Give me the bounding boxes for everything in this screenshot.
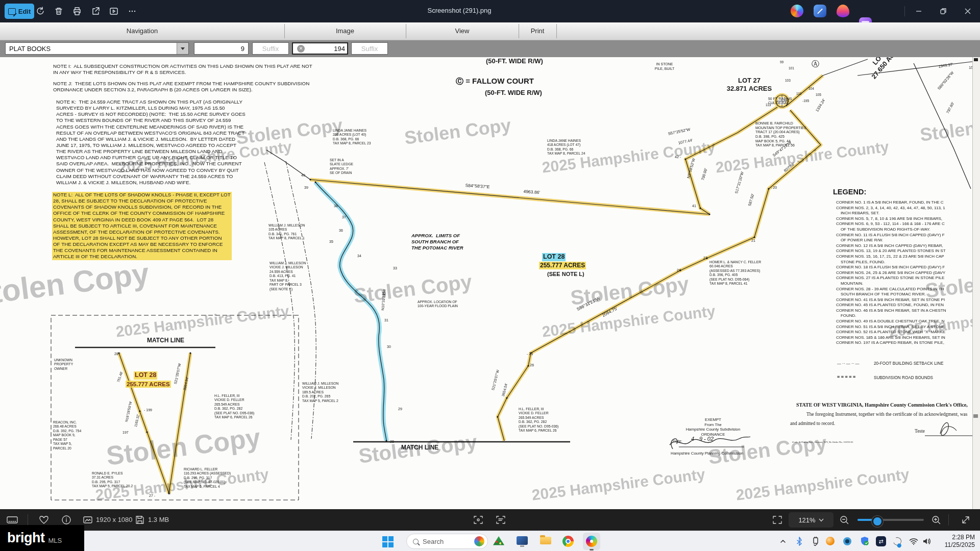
combo-dropdown-arrow-icon[interactable] (177, 43, 188, 54)
speaker-icon[interactable] (922, 536, 932, 546)
map-label: 39 (304, 186, 308, 190)
bluetooth-icon[interactable] (794, 536, 804, 546)
file-explorer-icon[interactable] (517, 536, 529, 548)
app-window: Edit Screenshot (291).png (0, 0, 980, 551)
mls-logo-suffix: MLS (48, 537, 62, 544)
map-label: IN STONE PILE, BUILT (649, 62, 680, 71)
minimize-button[interactable] (910, 5, 927, 17)
book-type-combobox[interactable]: PLAT BOOKS (5, 42, 189, 55)
map-label: (SEE NOTE L) (547, 271, 584, 278)
sync-tray-icon[interactable] (893, 537, 903, 547)
wifi-icon[interactable] (909, 536, 919, 546)
map-label: 33 (393, 266, 397, 271)
edit-button-label: Edit (18, 8, 31, 15)
map-label: NOTE L: ALL OF THE LOTS OF SHADOW KNOLLS… (52, 192, 232, 260)
rotate-icon[interactable] (36, 7, 45, 16)
restore-button[interactable] (935, 5, 952, 17)
fit-to-screen-icon[interactable] (771, 514, 783, 526)
tab-image-label: Image (336, 27, 354, 35)
tab-image[interactable]: Image (284, 22, 406, 39)
slideshow-icon[interactable] (109, 7, 118, 16)
map-label: MATCH LINE (147, 337, 184, 344)
map-label: NOTE I: ALL SUBSEQUENT CONSTRUCTION OR A… (53, 63, 312, 76)
page-number-field[interactable]: ✕ 194 (292, 42, 348, 55)
more-options-icon[interactable] (128, 7, 137, 16)
zoom-out-icon[interactable] (838, 514, 850, 526)
start-button[interactable] (382, 536, 395, 548)
taskbar-clock[interactable]: 2:28 PM 11/25/2025 (945, 534, 975, 549)
map-label: 34 (357, 254, 361, 259)
map-label: NOTE K: THE 24.559 ACRE TRACT AS SHOWN O… (56, 99, 246, 186)
visual-search-icon[interactable] (472, 514, 484, 526)
zoom-slider[interactable] (857, 519, 924, 521)
zoom-slider-thumb[interactable] (872, 516, 883, 527)
usb-device-icon[interactable] (811, 536, 821, 546)
info-icon[interactable] (60, 514, 72, 526)
map-label: LOT 27 32.871 ACRES (714, 77, 785, 93)
map-label: Date: (673, 439, 682, 444)
tab-navigation[interactable]: Navigation (0, 22, 284, 39)
tray-chevron-up-icon[interactable] (778, 536, 788, 546)
share-icon[interactable] (91, 7, 100, 16)
taskbar-search[interactable]: Search (406, 534, 488, 549)
book-number-value: 9 (241, 45, 244, 53)
map-label: 31 (384, 318, 388, 323)
map-label: STATE OF WEST VIRGINIA, Hampshire County… (796, 402, 968, 408)
map-label: -195 (802, 99, 809, 103)
map-label: (50-FT. WIDE R/W) (485, 89, 542, 97)
file-size-value: 1.3 MB (148, 516, 169, 523)
map-label: 40 (301, 173, 305, 178)
map-label: (50-FT. WIDE R/W) (486, 57, 543, 65)
orange-tray-icon[interactable] (826, 537, 836, 547)
suffix-field-2[interactable]: Suffix (351, 42, 388, 55)
clear-field-icon[interactable]: ✕ (297, 45, 305, 53)
photos-app-icon[interactable] (583, 533, 600, 550)
bright-logo: bright (7, 530, 44, 546)
map-label: LINDA JANE HAINES 236 ACRES (LOT 40) D.B… (333, 129, 371, 146)
map-label: Teste (915, 429, 925, 435)
plat-map-viewport[interactable]: Stolen CopyStolen CopyStolen Copy2025 Ha… (0, 57, 980, 509)
map-label: - 199 (144, 408, 152, 413)
print-icon[interactable] (72, 7, 82, 16)
tab-view[interactable]: View (406, 22, 519, 39)
folder-icon[interactable] (540, 534, 552, 546)
filmstrip-icon[interactable] (6, 514, 18, 526)
holiday-app-icon[interactable] (493, 536, 505, 548)
zoom-in-icon[interactable] (930, 514, 942, 526)
map-label: The foregoing Instrument, together with … (806, 412, 968, 418)
map-label: 35 (329, 240, 333, 244)
delete-icon[interactable] (54, 7, 63, 16)
expand-fullscreen-icon[interactable] (960, 514, 972, 526)
edit-button[interactable]: Edit (5, 4, 34, 19)
close-button[interactable] (959, 5, 976, 17)
map-label: 4 - 9 - 02 (691, 436, 714, 443)
map-label: 110 (796, 92, 801, 96)
map-label: NOTE J: THESE LOTS SHOWN ON THIS PLAT AR… (53, 81, 309, 93)
map-label: BONNIE B. FAIRCHILD MOUNTAIN TOP PROPERT… (755, 121, 806, 148)
security-shield-icon[interactable] (860, 536, 870, 546)
control-bar: PLAT BOOKS 9 Suffix ✕ 194 Suffix (0, 40, 980, 58)
tab-separator (556, 24, 557, 38)
designer-icon[interactable] (814, 5, 826, 17)
window-title: Screenshot (291).png (393, 7, 526, 14)
map-label: 41 (692, 204, 696, 209)
map-label: 255.777 ACRES (539, 262, 586, 269)
map-label: 255.777 ACRES (126, 381, 171, 388)
zoom-level-dropdown[interactable]: 121% (789, 512, 834, 528)
text-extract-icon[interactable] (495, 514, 507, 526)
map-label: LOT 28 (542, 253, 566, 261)
map-label: 21 (751, 239, 755, 243)
map-label: = = = = = (837, 374, 855, 380)
map-label: 197 (122, 431, 129, 435)
flame-app-icon[interactable] (837, 5, 849, 17)
suffix-field-1[interactable]: Suffix (252, 42, 289, 55)
tab-print[interactable]: Print (519, 22, 556, 39)
book-number-field[interactable]: 9 (194, 42, 249, 55)
chrome-icon[interactable] (562, 536, 575, 548)
map-label: 50 FT. RADIUS CUL-DE-SAC (768, 97, 792, 106)
favorite-heart-icon[interactable] (38, 514, 50, 526)
target-tray-icon[interactable] (843, 537, 853, 547)
dark-mode-tray-icon[interactable]: ⇄ (876, 536, 886, 546)
map-label: 29 (398, 407, 402, 412)
copilot-icon[interactable] (791, 5, 803, 17)
